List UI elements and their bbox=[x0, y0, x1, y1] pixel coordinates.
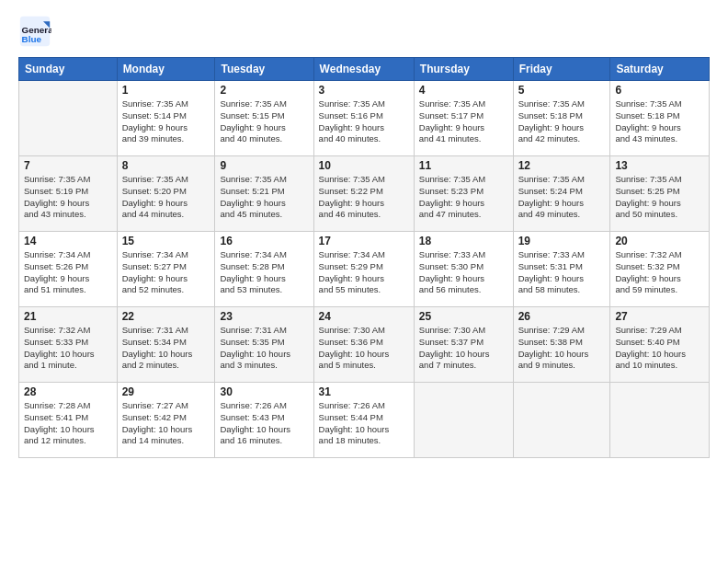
day-info: Sunrise: 7:35 AM Sunset: 5:21 PM Dayligh… bbox=[220, 174, 308, 221]
calendar-header-row: SundayMondayTuesdayWednesdayThursdayFrid… bbox=[19, 58, 710, 81]
calendar-cell bbox=[19, 81, 118, 156]
day-number: 18 bbox=[419, 235, 508, 247]
week-row-1: 1Sunrise: 7:35 AM Sunset: 5:14 PM Daylig… bbox=[19, 81, 710, 156]
calendar-cell: 13Sunrise: 7:35 AM Sunset: 5:25 PM Dayli… bbox=[610, 156, 710, 232]
day-number: 8 bbox=[122, 159, 210, 172]
calendar-cell: 3Sunrise: 7:35 AM Sunset: 5:16 PM Daylig… bbox=[313, 81, 414, 156]
day-number: 19 bbox=[518, 235, 606, 247]
day-info: Sunrise: 7:35 AM Sunset: 5:25 PM Dayligh… bbox=[615, 174, 704, 221]
calendar-cell: 21Sunrise: 7:32 AM Sunset: 5:33 PM Dayli… bbox=[19, 307, 118, 383]
header: General Blue bbox=[18, 15, 710, 48]
calendar-cell: 17Sunrise: 7:34 AM Sunset: 5:29 PM Dayli… bbox=[313, 232, 414, 307]
day-info: Sunrise: 7:32 AM Sunset: 5:32 PM Dayligh… bbox=[615, 249, 704, 296]
day-number: 24 bbox=[319, 310, 409, 323]
calendar-cell: 25Sunrise: 7:30 AM Sunset: 5:37 PM Dayli… bbox=[414, 307, 513, 383]
calendar-cell: 9Sunrise: 7:35 AM Sunset: 5:21 PM Daylig… bbox=[215, 156, 313, 232]
day-header-saturday: Saturday bbox=[610, 58, 710, 81]
day-number: 23 bbox=[220, 310, 308, 323]
calendar-cell: 12Sunrise: 7:35 AM Sunset: 5:24 PM Dayli… bbox=[513, 156, 610, 232]
calendar-cell bbox=[414, 383, 513, 458]
logo-icon: General Blue bbox=[18, 15, 51, 48]
day-info: Sunrise: 7:35 AM Sunset: 5:16 PM Dayligh… bbox=[319, 98, 409, 145]
day-header-wednesday: Wednesday bbox=[313, 58, 414, 81]
day-number: 20 bbox=[615, 235, 704, 247]
calendar-cell: 19Sunrise: 7:33 AM Sunset: 5:31 PM Dayli… bbox=[513, 232, 610, 307]
day-info: Sunrise: 7:30 AM Sunset: 5:36 PM Dayligh… bbox=[319, 325, 409, 372]
day-info: Sunrise: 7:34 AM Sunset: 5:27 PM Dayligh… bbox=[122, 249, 210, 296]
day-header-tuesday: Tuesday bbox=[215, 58, 313, 81]
day-number: 7 bbox=[24, 159, 112, 172]
calendar-cell: 29Sunrise: 7:27 AM Sunset: 5:42 PM Dayli… bbox=[117, 383, 215, 458]
day-info: Sunrise: 7:29 AM Sunset: 5:38 PM Dayligh… bbox=[518, 325, 606, 372]
calendar-cell: 14Sunrise: 7:34 AM Sunset: 5:26 PM Dayli… bbox=[19, 232, 118, 307]
calendar-cell: 30Sunrise: 7:26 AM Sunset: 5:43 PM Dayli… bbox=[215, 383, 313, 458]
calendar-table: SundayMondayTuesdayWednesdayThursdayFrid… bbox=[18, 57, 710, 458]
day-info: Sunrise: 7:35 AM Sunset: 5:19 PM Dayligh… bbox=[24, 174, 112, 221]
day-info: Sunrise: 7:33 AM Sunset: 5:31 PM Dayligh… bbox=[518, 249, 606, 296]
calendar-cell: 28Sunrise: 7:28 AM Sunset: 5:41 PM Dayli… bbox=[19, 383, 118, 458]
day-info: Sunrise: 7:35 AM Sunset: 5:18 PM Dayligh… bbox=[615, 98, 704, 145]
day-info: Sunrise: 7:31 AM Sunset: 5:34 PM Dayligh… bbox=[122, 325, 210, 372]
day-number: 1 bbox=[122, 84, 210, 97]
day-number: 17 bbox=[319, 235, 409, 247]
page: General Blue SundayMondayTuesdayWednesda… bbox=[0, 0, 728, 563]
calendar-cell: 11Sunrise: 7:35 AM Sunset: 5:23 PM Dayli… bbox=[414, 156, 513, 232]
day-number: 9 bbox=[220, 159, 308, 172]
calendar-cell: 7Sunrise: 7:35 AM Sunset: 5:19 PM Daylig… bbox=[19, 156, 118, 232]
day-info: Sunrise: 7:30 AM Sunset: 5:37 PM Dayligh… bbox=[419, 325, 508, 372]
day-info: Sunrise: 7:34 AM Sunset: 5:28 PM Dayligh… bbox=[220, 249, 308, 296]
calendar-cell bbox=[513, 383, 610, 458]
svg-text:Blue: Blue bbox=[22, 34, 42, 44]
calendar-cell: 8Sunrise: 7:35 AM Sunset: 5:20 PM Daylig… bbox=[117, 156, 215, 232]
calendar-cell bbox=[610, 383, 710, 458]
day-info: Sunrise: 7:34 AM Sunset: 5:29 PM Dayligh… bbox=[319, 249, 409, 296]
day-header-sunday: Sunday bbox=[19, 58, 118, 81]
day-number: 6 bbox=[615, 84, 704, 97]
day-info: Sunrise: 7:35 AM Sunset: 5:24 PM Dayligh… bbox=[518, 174, 606, 221]
day-number: 30 bbox=[220, 385, 308, 398]
day-info: Sunrise: 7:34 AM Sunset: 5:26 PM Dayligh… bbox=[24, 249, 112, 296]
calendar-cell: 27Sunrise: 7:29 AM Sunset: 5:40 PM Dayli… bbox=[610, 307, 710, 383]
calendar-cell: 10Sunrise: 7:35 AM Sunset: 5:22 PM Dayli… bbox=[313, 156, 414, 232]
day-number: 28 bbox=[24, 385, 112, 398]
day-info: Sunrise: 7:29 AM Sunset: 5:40 PM Dayligh… bbox=[615, 325, 704, 372]
day-info: Sunrise: 7:31 AM Sunset: 5:35 PM Dayligh… bbox=[220, 325, 308, 372]
logo: General Blue bbox=[18, 15, 57, 48]
day-number: 22 bbox=[122, 310, 210, 323]
calendar-cell: 23Sunrise: 7:31 AM Sunset: 5:35 PM Dayli… bbox=[215, 307, 313, 383]
day-info: Sunrise: 7:35 AM Sunset: 5:14 PM Dayligh… bbox=[122, 98, 210, 145]
day-number: 15 bbox=[122, 235, 210, 247]
calendar-cell: 4Sunrise: 7:35 AM Sunset: 5:17 PM Daylig… bbox=[414, 81, 513, 156]
calendar-cell: 6Sunrise: 7:35 AM Sunset: 5:18 PM Daylig… bbox=[610, 81, 710, 156]
day-header-thursday: Thursday bbox=[414, 58, 513, 81]
day-number: 13 bbox=[615, 159, 704, 172]
day-info: Sunrise: 7:26 AM Sunset: 5:43 PM Dayligh… bbox=[220, 400, 308, 447]
calendar-cell: 5Sunrise: 7:35 AM Sunset: 5:18 PM Daylig… bbox=[513, 81, 610, 156]
day-info: Sunrise: 7:26 AM Sunset: 5:44 PM Dayligh… bbox=[319, 400, 409, 447]
calendar-cell: 31Sunrise: 7:26 AM Sunset: 5:44 PM Dayli… bbox=[313, 383, 414, 458]
day-number: 12 bbox=[518, 159, 606, 172]
day-number: 11 bbox=[419, 159, 508, 172]
calendar-cell: 16Sunrise: 7:34 AM Sunset: 5:28 PM Dayli… bbox=[215, 232, 313, 307]
day-number: 16 bbox=[220, 235, 308, 247]
day-info: Sunrise: 7:28 AM Sunset: 5:41 PM Dayligh… bbox=[24, 400, 112, 447]
calendar-cell: 1Sunrise: 7:35 AM Sunset: 5:14 PM Daylig… bbox=[117, 81, 215, 156]
day-info: Sunrise: 7:33 AM Sunset: 5:30 PM Dayligh… bbox=[419, 249, 508, 296]
day-info: Sunrise: 7:35 AM Sunset: 5:22 PM Dayligh… bbox=[319, 174, 409, 221]
day-number: 3 bbox=[319, 84, 409, 97]
calendar-cell: 26Sunrise: 7:29 AM Sunset: 5:38 PM Dayli… bbox=[513, 307, 610, 383]
day-number: 29 bbox=[122, 385, 210, 398]
day-number: 10 bbox=[319, 159, 409, 172]
calendar-cell: 22Sunrise: 7:31 AM Sunset: 5:34 PM Dayli… bbox=[117, 307, 215, 383]
week-row-2: 7Sunrise: 7:35 AM Sunset: 5:19 PM Daylig… bbox=[19, 156, 710, 232]
day-number: 21 bbox=[24, 310, 112, 323]
calendar-cell: 18Sunrise: 7:33 AM Sunset: 5:30 PM Dayli… bbox=[414, 232, 513, 307]
day-number: 25 bbox=[419, 310, 508, 323]
day-info: Sunrise: 7:35 AM Sunset: 5:18 PM Dayligh… bbox=[518, 98, 606, 145]
day-info: Sunrise: 7:32 AM Sunset: 5:33 PM Dayligh… bbox=[24, 325, 112, 372]
week-row-4: 21Sunrise: 7:32 AM Sunset: 5:33 PM Dayli… bbox=[19, 307, 710, 383]
day-number: 31 bbox=[319, 385, 409, 398]
week-row-5: 28Sunrise: 7:28 AM Sunset: 5:41 PM Dayli… bbox=[19, 383, 710, 458]
day-info: Sunrise: 7:35 AM Sunset: 5:17 PM Dayligh… bbox=[419, 98, 508, 145]
day-number: 14 bbox=[24, 235, 112, 247]
